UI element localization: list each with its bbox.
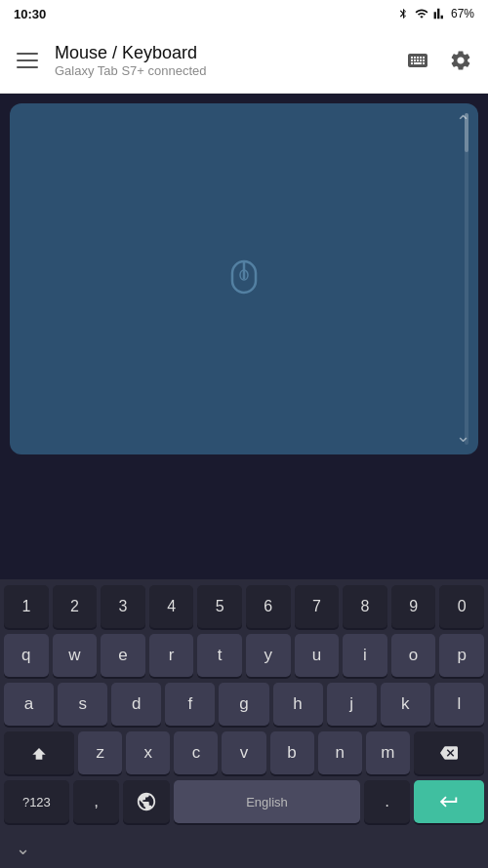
period-key[interactable]: .: [364, 780, 411, 823]
key-v[interactable]: v: [222, 731, 265, 774]
settings-button[interactable]: [441, 41, 480, 80]
menu-button[interactable]: [8, 41, 47, 80]
enter-key[interactable]: [414, 780, 484, 823]
status-bar: 10:30 67%: [0, 0, 488, 27]
key-x[interactable]: x: [126, 731, 170, 774]
space-key[interactable]: English: [174, 780, 360, 823]
bottom-row: ?123 , English .: [0, 780, 488, 823]
key-q[interactable]: q: [4, 634, 49, 677]
key-y[interactable]: y: [246, 634, 291, 677]
key-g[interactable]: g: [219, 683, 268, 726]
key-7[interactable]: 7: [295, 585, 340, 628]
key-6[interactable]: 6: [246, 585, 291, 628]
backspace-key[interactable]: [414, 731, 484, 774]
key-k[interactable]: k: [381, 683, 430, 726]
key-s[interactable]: s: [58, 683, 107, 726]
keyboard-area: 1 2 3 4 5 6 7 8 9 0 q w e r t y u i o p …: [0, 579, 488, 868]
key-3[interactable]: 3: [101, 585, 145, 628]
status-icons: 67%: [396, 7, 474, 20]
mouse-svg: [221, 254, 267, 300]
settings-icon: [449, 49, 472, 72]
key-e[interactable]: e: [101, 634, 145, 677]
keyboard-hide-button[interactable]: ⌄: [16, 838, 30, 859]
mouse-icon: [221, 254, 267, 304]
backspace-icon: [438, 744, 460, 762]
key-8[interactable]: 8: [343, 585, 387, 628]
signal-icon: [433, 7, 447, 20]
number-row: 1 2 3 4 5 6 7 8 9 0: [0, 585, 488, 628]
key-t[interactable]: t: [197, 634, 242, 677]
key-a[interactable]: a: [4, 683, 54, 726]
keyboard-bottom-bar: ⌄: [0, 829, 488, 868]
scroll-thumb: [465, 113, 468, 152]
enter-icon: [438, 791, 460, 812]
wifi-icon: [414, 7, 429, 20]
key-l[interactable]: l: [434, 683, 484, 726]
title-area: Mouse / Keyboard Galaxy Tab S7+ connecte…: [55, 43, 390, 78]
key-1[interactable]: 1: [4, 585, 49, 628]
symbols-key[interactable]: ?123: [4, 780, 69, 823]
status-time: 10:30: [14, 7, 46, 21]
key-9[interactable]: 9: [391, 585, 436, 628]
key-0[interactable]: 0: [439, 585, 484, 628]
keyboard-button[interactable]: [398, 41, 437, 80]
top-bar: Mouse / Keyboard Galaxy Tab S7+ connecte…: [0, 27, 488, 94]
qwerty-row: q w e r t y u i o p: [0, 634, 488, 677]
key-j[interactable]: j: [327, 683, 377, 726]
top-actions: [398, 41, 480, 80]
key-5[interactable]: 5: [197, 585, 242, 628]
key-p[interactable]: p: [439, 634, 484, 677]
globe-icon: [136, 791, 157, 812]
key-w[interactable]: w: [53, 634, 98, 677]
key-b[interactable]: b: [270, 731, 314, 774]
key-c[interactable]: c: [174, 731, 218, 774]
key-f[interactable]: f: [165, 683, 215, 726]
key-m[interactable]: m: [366, 731, 410, 774]
keyboard-icon: [406, 49, 429, 72]
zxcv-row: z x c v b n m: [0, 731, 488, 774]
trackpad-area[interactable]: ⌃ ⌄: [10, 103, 478, 454]
globe-key[interactable]: [123, 780, 170, 823]
scroll-down-chevron[interactable]: ⌄: [456, 425, 470, 447]
scroll-bar: [465, 113, 468, 445]
key-h[interactable]: h: [273, 683, 323, 726]
key-u[interactable]: u: [295, 634, 340, 677]
key-d[interactable]: d: [111, 683, 161, 726]
shift-key[interactable]: [4, 731, 74, 774]
key-2[interactable]: 2: [53, 585, 98, 628]
key-n[interactable]: n: [318, 731, 362, 774]
page-title: Mouse / Keyboard: [55, 43, 390, 63]
bluetooth-icon: [396, 7, 410, 20]
key-i[interactable]: i: [343, 634, 387, 677]
page-subtitle: Galaxy Tab S7+ connected: [55, 63, 390, 78]
key-o[interactable]: o: [391, 634, 436, 677]
comma-key[interactable]: ,: [73, 780, 120, 823]
battery-percent: 67%: [451, 7, 474, 20]
shift-icon: [29, 743, 49, 763]
asdf-row: a s d f g h j k l: [0, 683, 488, 726]
key-r[interactable]: r: [149, 634, 194, 677]
key-z[interactable]: z: [78, 731, 122, 774]
key-4[interactable]: 4: [149, 585, 194, 628]
